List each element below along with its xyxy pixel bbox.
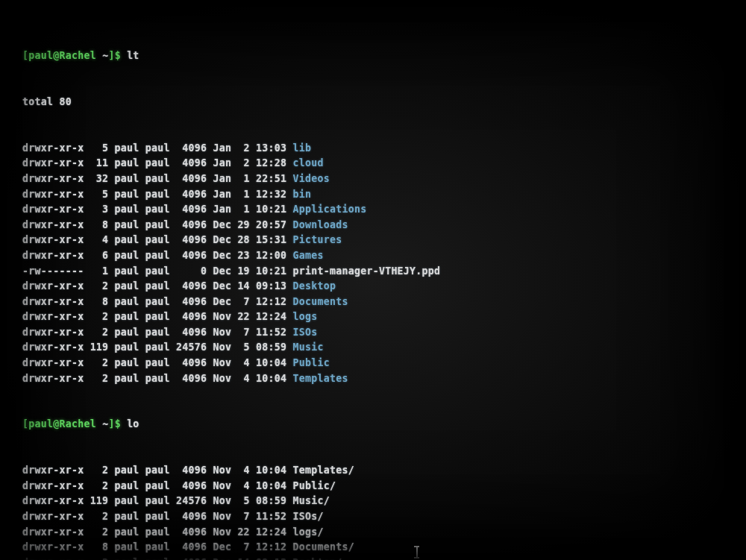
listing-row: drwxr-xr-x 8 paul paul 4096 Dec 7 12:12 …	[22, 295, 724, 310]
directory-name: bin	[293, 189, 312, 200]
listing-row: drwxr-xr-x 2 paul paul 4096 Nov 4 10:04 …	[22, 479, 724, 494]
listing-row: drwxr-xr-x 4 paul paul 4096 Dec 28 15:31…	[22, 233, 724, 248]
listing-row: drwxr-xr-x 5 paul paul 4096 Jan 2 13:03 …	[22, 141, 724, 157]
listing-row: drwxr-xr-x 2 paul paul 4096 Nov 22 12:24…	[22, 309, 724, 325]
file-name: ISOs/	[293, 511, 324, 522]
directory-name: Music	[293, 342, 324, 353]
listing-row: drwxr-xr-x 2 paul paul 4096 Nov 4 10:04 …	[22, 356, 724, 371]
listing-meta: drwxr-xr-x 2 paul paul 4096 Nov 22 12:24	[22, 311, 293, 322]
listing-row: drwxr-xr-x 119 paul paul 24576 Nov 5 08:…	[22, 340, 724, 356]
listing-row: drwxr-xr-x 2 paul paul 4096 Dec 14 09:13…	[22, 556, 724, 560]
directory-name: Public	[293, 357, 330, 368]
listing-row: drwxr-xr-x 2 paul paul 4096 Nov 22 12:24…	[22, 525, 724, 541]
listing-row: drwxr-xr-x 3 paul paul 4096 Jan 1 10:21 …	[22, 202, 724, 218]
listing-meta: drwxr-xr-x 2 paul paul 4096 Dec 14 09:13	[22, 280, 293, 292]
file-name: Templates/	[293, 465, 354, 476]
file-name: print-manager-VTHEJY.ppd	[293, 265, 441, 277]
listing-row: drwxr-xr-x 2 paul paul 4096 Nov 4 10:04 …	[22, 463, 724, 479]
listing-row: drwxr-xr-x 32 paul paul 4096 Jan 1 22:51…	[22, 172, 724, 187]
prompt-host: Rachel	[59, 50, 95, 61]
listing-meta: drwxr-xr-x 8 paul paul 4096 Dec 7 12:12	[22, 541, 293, 553]
file-name: Public/	[293, 480, 336, 491]
directory-name: Downloads	[293, 219, 348, 230]
listing-meta: drwxr-xr-x 8 paul paul 4096 Dec 7 12:12	[22, 296, 293, 307]
listing-meta: drwxr-xr-x 5 paul paul 4096 Jan 2 13:03	[22, 142, 293, 154]
listing-meta: drwxr-xr-x 119 paul paul 24576 Nov 5 08:…	[22, 495, 293, 506]
command-1: lt	[127, 50, 139, 61]
listing-meta: drwxr-xr-x 2 paul paul 4096 Nov 7 11:52	[22, 511, 293, 522]
listing-1: drwxr-xr-x 5 paul paul 4096 Jan 2 13:03 …	[22, 141, 724, 387]
total-line-1: total 80	[22, 95, 724, 110]
listing-row: drwxr-xr-x 11 paul paul 4096 Jan 2 12:28…	[22, 156, 724, 172]
listing-row: drwxr-xr-x 8 paul paul 4096 Dec 7 12:12 …	[22, 540, 724, 556]
terminal[interactable]: [paul@Rachel ~]$ lt total 80 drwxr-xr-x …	[22, 18, 724, 542]
prompt-line-1: [paul@Rachel ~]$ lt	[22, 48, 724, 64]
listing-meta: drwxr-xr-x 2 paul paul 4096 Nov 4 10:04	[22, 465, 293, 476]
directory-name: ISOs	[293, 327, 318, 338]
listing-meta: drwxr-xr-x 8 paul paul 4096 Dec 29 20:57	[22, 219, 293, 230]
directory-name: logs	[293, 311, 318, 322]
listing-meta: drwxr-xr-x 2 paul paul 4096 Nov 4 10:04	[22, 373, 293, 384]
listing-row: drwxr-xr-x 2 paul paul 4096 Nov 7 11:52 …	[22, 509, 724, 525]
listing-meta: drwxr-xr-x 3 paul paul 4096 Jan 1 10:21	[22, 204, 293, 215]
listing-meta: drwxr-xr-x 4 paul paul 4096 Dec 28 15:31	[22, 234, 293, 245]
listing-row: drwxr-xr-x 5 paul paul 4096 Jan 1 12:32 …	[22, 187, 724, 203]
file-name: Desktop/	[293, 557, 342, 560]
listing-2: drwxr-xr-x 2 paul paul 4096 Nov 4 10:04 …	[22, 463, 724, 560]
listing-meta: -rw------- 1 paul paul 0 Dec 19 10:21	[22, 265, 293, 277]
listing-row: drwxr-xr-x 2 paul paul 4096 Dec 14 09:13…	[22, 279, 724, 295]
listing-meta: drwxr-xr-x 2 paul paul 4096 Nov 4 10:04	[22, 357, 293, 368]
listing-meta: drwxr-xr-x 2 paul paul 4096 Dec 14 09:13	[22, 557, 293, 560]
directory-name: Pictures	[293, 234, 342, 245]
prompt-close: ]$	[108, 50, 120, 61]
listing-meta: drwxr-xr-x 2 paul paul 4096 Nov 7 11:52	[22, 327, 293, 338]
listing-meta: drwxr-xr-x 6 paul paul 4096 Dec 23 12:00	[22, 250, 293, 261]
text-cursor-icon	[414, 547, 420, 559]
file-name: Music/	[293, 495, 330, 506]
directory-name: Applications	[293, 204, 367, 215]
listing-meta: drwxr-xr-x 11 paul paul 4096 Jan 2 12:28	[22, 157, 293, 169]
listing-row: drwxr-xr-x 2 paul paul 4096 Nov 7 11:52 …	[22, 325, 724, 341]
directory-name: lib	[293, 142, 312, 154]
prompt-line-2: [paul@Rachel ~]$ lo	[22, 417, 724, 432]
directory-name: cloud	[293, 157, 324, 169]
file-name: logs/	[293, 526, 324, 538]
listing-meta: drwxr-xr-x 5 paul paul 4096 Jan 1 12:32	[22, 189, 293, 200]
listing-row: -rw------- 1 paul paul 0 Dec 19 10:21 pr…	[22, 264, 724, 280]
listing-meta: drwxr-xr-x 2 paul paul 4096 Nov 22 12:24	[22, 526, 293, 538]
listing-row: drwxr-xr-x 2 paul paul 4096 Nov 4 10:04 …	[22, 371, 724, 387]
prompt-user: paul	[28, 50, 53, 61]
directory-name: Templates	[293, 373, 348, 384]
file-name: Documents/	[293, 541, 354, 553]
listing-meta: drwxr-xr-x 2 paul paul 4096 Nov 4 10:04	[22, 480, 293, 491]
listing-row: drwxr-xr-x 6 paul paul 4096 Dec 23 12:00…	[22, 248, 724, 264]
listing-meta: drwxr-xr-x 119 paul paul 24576 Nov 5 08:…	[22, 342, 293, 353]
directory-name: Games	[293, 250, 324, 261]
directory-name: Desktop	[293, 280, 336, 292]
listing-meta: drwxr-xr-x 32 paul paul 4096 Jan 1 22:51	[22, 173, 293, 184]
listing-row: drwxr-xr-x 8 paul paul 4096 Dec 29 20:57…	[22, 218, 724, 233]
prompt-path: ~	[96, 50, 108, 61]
directory-name: Videos	[293, 173, 330, 184]
listing-row: drwxr-xr-x 119 paul paul 24576 Nov 5 08:…	[22, 494, 724, 509]
directory-name: Documents	[293, 296, 348, 307]
prompt-open: [	[22, 50, 28, 61]
command-2: lo	[127, 418, 139, 430]
